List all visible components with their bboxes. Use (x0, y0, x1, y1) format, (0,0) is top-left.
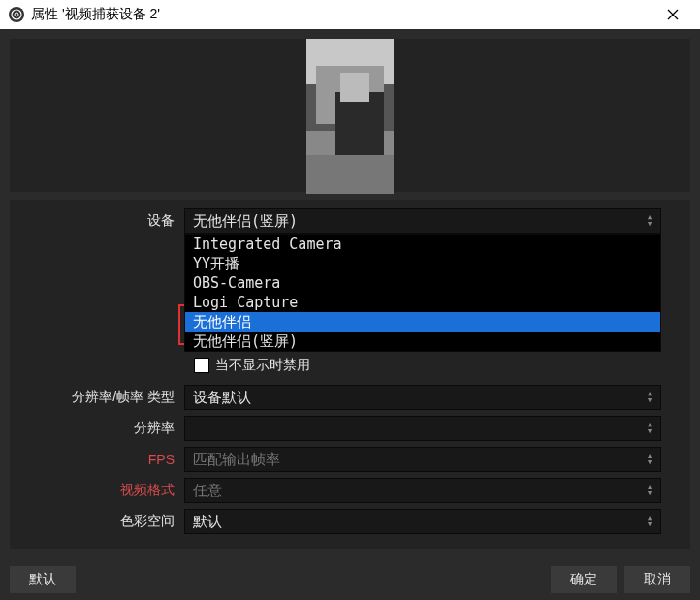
fps-label: FPS (10, 452, 184, 467)
chevron-updown-icon: ▲▼ (643, 448, 656, 471)
properties-form: 设备 无他伴侣(竖屏) ▲▼ Integrated CameraYY开播OBS-… (10, 200, 690, 549)
titlebar: 属性 '视频捕获设备 2' (0, 0, 700, 29)
resolution-label: 分辨率 (10, 420, 184, 437)
device-label: 设备 (10, 212, 184, 230)
device-dropdown-item[interactable]: Logi Capture (185, 293, 660, 312)
resfps-type-select[interactable]: 设备默认 ▲▼ (184, 385, 661, 410)
device-dropdown-list: Integrated CameraYY开播OBS-CameraLogi Capt… (184, 234, 661, 352)
device-select[interactable]: 无他伴侣(竖屏) ▲▼ (184, 208, 661, 234)
chevron-updown-icon: ▲▼ (643, 417, 656, 440)
chevron-updown-icon: ▲▼ (643, 510, 656, 533)
video-format-value: 任意 (193, 482, 222, 500)
disable-when-hidden-label: 当不显示时禁用 (215, 357, 310, 374)
fps-select[interactable]: 匹配输出帧率 ▲▼ (184, 447, 661, 472)
preview-image (306, 39, 394, 192)
bottom-bar: 默认 确定 取消 (0, 559, 700, 600)
disable-when-hidden-checkbox[interactable] (194, 358, 209, 373)
device-dropdown-item[interactable]: 无他伴侣 (185, 312, 660, 332)
device-dropdown-item[interactable]: Integrated Camera (185, 235, 660, 254)
app-icon (8, 6, 25, 23)
colorspace-select[interactable]: 默认 ▲▼ (184, 509, 661, 534)
fps-value: 匹配输出帧率 (193, 451, 280, 469)
chevron-updown-icon: ▲▼ (643, 479, 656, 502)
chevron-updown-icon: ▲▼ (643, 209, 656, 233)
resfps-type-value: 设备默认 (193, 389, 251, 407)
resolution-select[interactable]: ▲▼ (184, 416, 661, 441)
close-icon[interactable] (653, 0, 692, 29)
video-format-select[interactable]: 任意 ▲▼ (184, 478, 661, 503)
ok-button[interactable]: 确定 (551, 566, 617, 593)
device-dropdown-item[interactable]: OBS-Camera (185, 273, 660, 293)
svg-point-0 (9, 7, 24, 22)
window-title: 属性 '视频捕获设备 2' (31, 6, 653, 23)
video-format-label: 视频格式 (10, 482, 184, 499)
resfps-type-label: 分辨率/帧率 类型 (10, 389, 184, 406)
device-select-value: 无他伴侣(竖屏) (193, 212, 298, 231)
colorspace-value: 默认 (193, 513, 222, 531)
device-dropdown-item[interactable]: YY开播 (185, 254, 660, 273)
video-preview (10, 39, 690, 192)
device-dropdown-item[interactable]: 无他伴侣(竖屏) (185, 332, 660, 351)
colorspace-label: 色彩空间 (10, 513, 184, 530)
cancel-button[interactable]: 取消 (624, 566, 690, 593)
defaults-button[interactable]: 默认 (10, 566, 76, 593)
chevron-updown-icon: ▲▼ (643, 386, 656, 409)
